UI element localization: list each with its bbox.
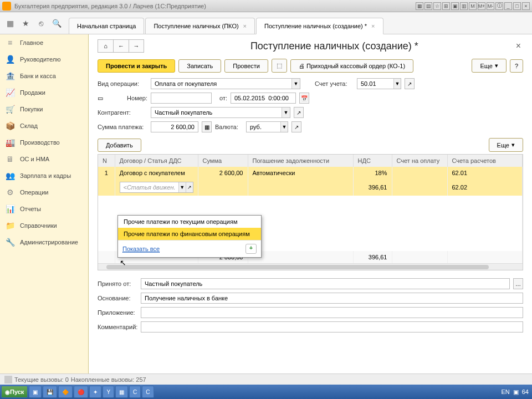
dds-dropdown[interactable]: Прочие платежи по текущим операциям Проч…: [117, 215, 262, 258]
dropdown-item-selected[interactable]: Прочие платежи по финансовым операциям: [118, 228, 261, 240]
forward-button[interactable]: →: [129, 39, 144, 53]
apps-icon[interactable]: ▦: [3, 17, 17, 30]
tab-close-icon[interactable]: ×: [371, 23, 375, 29]
close-button[interactable]: ×: [522, 2, 530, 10]
sidebar-item-warehouse[interactable]: 📦Склад: [0, 117, 88, 134]
chevron-down-icon[interactable]: ▼: [393, 79, 401, 89]
sidebar-item-sales[interactable]: 📈Продажи: [0, 84, 88, 101]
counterparty-open-button[interactable]: ↗: [294, 107, 304, 118]
post-button[interactable]: Провести: [224, 59, 268, 73]
cell-accounts[interactable]: 62.02: [447, 179, 523, 196]
currency-input[interactable]: [247, 122, 280, 132]
scroll-thumb[interactable]: [106, 265, 488, 269]
more-actions-button[interactable]: Еще ▾: [472, 59, 506, 73]
op-type-input[interactable]: [151, 79, 291, 89]
task-app-2[interactable]: 🔶: [58, 386, 73, 398]
chevron-down-icon[interactable]: ▼: [291, 79, 300, 89]
tb-icon-6[interactable]: ▥: [460, 2, 468, 10]
back-button[interactable]: ←: [113, 39, 129, 53]
cell-repay[interactable]: Автоматически: [248, 167, 353, 179]
print-pko-button[interactable]: 🖨 Приходный кассовый ордер (КО-1): [290, 59, 413, 73]
currency-select[interactable]: ▼: [246, 121, 288, 132]
maximize-button[interactable]: □: [513, 2, 521, 10]
op-type-select[interactable]: ▼: [151, 78, 300, 89]
sidebar-item-admin[interactable]: 🔧Администрирование: [0, 234, 88, 250]
tab-pko-create[interactable]: Поступление наличных (создание) *×: [256, 18, 383, 34]
open-icon[interactable]: ↗: [186, 182, 193, 192]
close-page-button[interactable]: ×: [514, 39, 523, 53]
from-input[interactable]: [141, 278, 510, 289]
sidebar-item-manager[interactable]: 👤Руководителю: [0, 51, 88, 68]
chevron-down-icon[interactable]: ▼: [282, 108, 290, 117]
tb-icon-4[interactable]: ⊞: [442, 2, 450, 10]
cell-vat[interactable]: 18%: [353, 167, 392, 179]
sidebar-item-reports[interactable]: 📊Отчеты: [0, 201, 88, 217]
minimize-button[interactable]: _: [504, 2, 512, 10]
calendar-button[interactable]: 📅: [299, 93, 309, 104]
sidebar-item-purchases[interactable]: 🛒Покупки: [0, 101, 88, 117]
sum-input[interactable]: [151, 121, 198, 132]
account-open-button[interactable]: ↗: [405, 78, 415, 89]
cell-sum[interactable]: 2 600,00: [198, 167, 248, 179]
dds-input[interactable]: [120, 182, 178, 192]
cell-vat-sum[interactable]: 396,61: [353, 179, 392, 196]
dropdown-item[interactable]: Прочие платежи по текущим операциям: [118, 216, 261, 228]
add-item-button[interactable]: +: [245, 244, 257, 254]
tb-icon-2[interactable]: ▤: [424, 2, 432, 10]
system-tray[interactable]: EN ▣ 64: [501, 388, 531, 396]
cell-invoice[interactable]: [392, 167, 447, 179]
tb-m[interactable]: M: [469, 2, 477, 10]
tb-icon-3[interactable]: ☆: [433, 2, 441, 10]
sidebar-item-production[interactable]: 🏭Производство: [0, 134, 88, 151]
sidebar-item-operations[interactable]: ⚙Операции: [0, 184, 88, 201]
task-app-5[interactable]: Y: [103, 386, 114, 398]
task-app-4[interactable]: ✦: [89, 386, 101, 398]
movements-button[interactable]: ⬚: [272, 59, 287, 73]
sidebar-item-catalogs[interactable]: 📁Справочники: [0, 217, 88, 234]
tray-icon[interactable]: ▣: [513, 388, 519, 396]
table-row[interactable]: ▼ ↗ 396,61 62.02: [98, 179, 523, 196]
add-row-button[interactable]: Добавить: [98, 139, 141, 152]
save-button[interactable]: Записать: [178, 59, 221, 73]
sidebar-item-payroll[interactable]: 👥Зарплата и кадры: [0, 167, 88, 184]
show-all-link[interactable]: Показать все: [122, 245, 160, 253]
chevron-down-icon[interactable]: ▼: [280, 122, 288, 132]
cell-contract[interactable]: Договор с покупателем: [115, 167, 198, 179]
basis-input[interactable]: [141, 293, 523, 304]
sidebar-item-assets[interactable]: 🖥ОС и НМА: [0, 151, 88, 167]
task-app-6[interactable]: ▦: [115, 386, 128, 398]
tb-icon-1[interactable]: ▦: [416, 2, 423, 10]
tab-pko-list[interactable]: Поступление наличных (ПКО)×: [145, 18, 255, 34]
tb-mminus[interactable]: M-: [487, 2, 494, 10]
task-app-1[interactable]: 💾: [43, 386, 57, 398]
post-and-close-button[interactable]: Провести и закрыть: [98, 59, 175, 73]
currency-open-button[interactable]: ↗: [291, 121, 301, 132]
task-explorer[interactable]: ▣: [29, 386, 42, 398]
chevron-down-icon[interactable]: ▼: [178, 182, 186, 192]
number-input[interactable]: [151, 93, 212, 104]
comment-input[interactable]: [141, 321, 523, 332]
account-input[interactable]: [357, 79, 393, 89]
link-icon[interactable]: ⎋: [34, 17, 48, 30]
help-button[interactable]: ?: [510, 59, 523, 73]
tb-icon-5[interactable]: ▣: [451, 2, 459, 10]
task-app-7[interactable]: C: [129, 386, 141, 398]
lang-indicator[interactable]: EN: [501, 388, 509, 395]
dds-cell[interactable]: ▼ ↗: [115, 179, 198, 196]
table-row[interactable]: 1 Договор с покупателем 2 600,00 Автомат…: [98, 167, 523, 179]
sidebar-item-bank[interactable]: 🏦Банк и касса: [0, 68, 88, 84]
task-app-3[interactable]: 🔴: [74, 386, 88, 398]
from-lookup-button[interactable]: …: [513, 278, 523, 289]
tab-close-icon[interactable]: ×: [243, 23, 247, 29]
search-icon[interactable]: 🔍: [50, 17, 63, 30]
task-app-8[interactable]: C: [142, 386, 154, 398]
counterparty-input[interactable]: [151, 108, 282, 117]
start-button[interactable]: ◉ Пуск: [1, 386, 28, 398]
h-scrollbar[interactable]: [98, 263, 523, 270]
counterparty-select[interactable]: ▼: [151, 107, 290, 118]
tb-info-icon[interactable]: ⓘ: [495, 2, 503, 10]
star-icon[interactable]: ★: [19, 17, 32, 30]
tab-home[interactable]: Начальная страница: [69, 18, 144, 34]
table-more-button[interactable]: Еще ▾: [489, 138, 523, 152]
account-select[interactable]: ▼: [357, 78, 401, 89]
